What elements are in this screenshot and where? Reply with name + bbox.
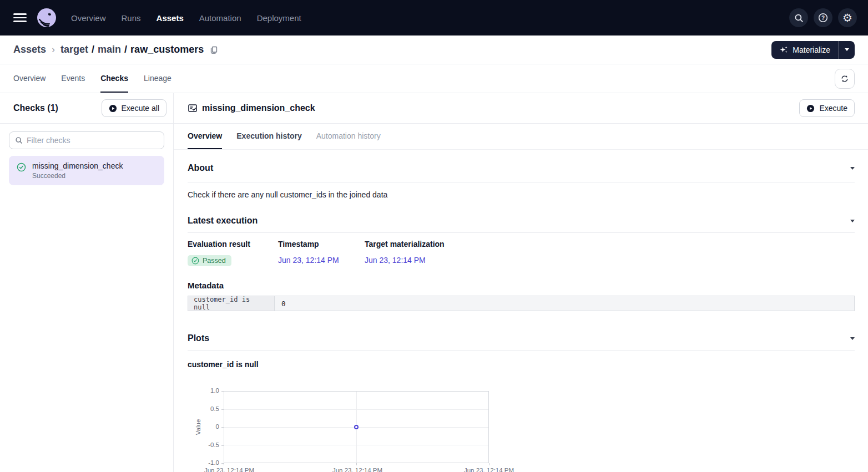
y-tick: 0 [191,423,219,430]
check-list-item[interactable]: missing_dimension_check Succeeded [9,156,164,185]
about-description: Check if there are any null customer_ids… [188,190,855,200]
latest-execution-section: Latest execution Evaluation result [188,214,855,311]
check-detail-panel: missing_dimension_check Execute Overview… [174,93,868,472]
check-item-status: Succeeded [32,172,123,180]
search-button[interactable] [789,8,808,27]
passed-label: Passed [203,257,226,265]
metadata-title: Metadata [188,281,855,290]
chevron-down-icon [845,48,849,51]
timestamp-link[interactable]: Jun 23, 12:14 PM [278,256,339,265]
check-circle-icon [191,257,199,265]
y-tick: 0.5 [191,405,219,412]
play-icon [109,104,117,113]
plots-title: Plots [188,331,209,346]
breadcrumb-slash: / [124,44,127,55]
asset-check-icon [188,103,198,113]
divider [188,350,855,351]
collapse-caret-icon[interactable] [850,167,855,170]
plot-area [224,391,489,463]
nav-assets[interactable]: Assets [157,13,184,23]
settings-button[interactable]: ⚙ [838,8,857,27]
play-icon [806,104,815,113]
divider [188,182,855,182]
primary-nav: Overview Runs Assets Automation Deployme… [71,13,301,23]
x-tick: Jun 23, 12:14 PM [204,467,254,472]
divider [188,232,855,233]
collapse-caret-icon[interactable] [850,337,855,340]
filter-checks-input[interactable] [27,136,158,145]
about-section: About Check if there are any null custom… [188,161,855,200]
metadata-value: 0 [275,296,854,311]
copy-icon [209,45,218,54]
latest-execution-title: Latest execution [188,214,258,228]
collapse-caret-icon[interactable] [850,220,855,222]
breadcrumb-path-main[interactable]: main [98,44,121,55]
metric-plot: Value 1.0 0.5 0 -0.5 -1.0 [188,388,855,472]
materialize-label: Materialize [793,45,830,54]
check-detail-title: missing_dimension_check [202,103,315,113]
tab-automation-history[interactable]: Automation history [316,124,381,149]
breadcrumb-slash: / [92,44,94,55]
execute-all-label: Execute all [122,104,159,113]
nav-automation[interactable]: Automation [199,13,241,23]
materialize-split-button: Materialize [771,41,855,59]
x-tick-mark [224,463,224,465]
passed-badge: Passed [188,255,231,266]
metadata-key: customer_id is null [188,296,275,311]
tab-lineage[interactable]: Lineage [144,64,171,93]
dagster-logo-icon[interactable] [37,8,57,28]
materialize-dropdown-button[interactable] [838,41,855,59]
help-icon: ? [818,13,828,23]
tab-check-overview[interactable]: Overview [188,124,222,149]
refresh-button[interactable] [835,69,855,89]
x-tick-mark [356,463,357,465]
x-tick-mark [489,463,489,465]
x-tick: Jun 23, 12:14 PM [464,467,514,472]
nav-deployment[interactable]: Deployment [257,13,301,23]
target-materialization-link[interactable]: Jun 23, 12:14 PM [365,256,426,265]
y-tick: -1.0 [191,459,219,466]
column-timestamp: Timestamp [278,240,365,249]
nav-overview[interactable]: Overview [71,13,106,23]
breadcrumb-row: Assets › target / main / raw_customers M… [0,35,868,64]
check-circle-icon [17,163,26,172]
refresh-icon [840,74,849,83]
breadcrumb-assets-link[interactable]: Assets [13,44,46,55]
tab-execution-history[interactable]: Execution history [236,124,301,149]
check-detail-tabs: Overview Execution history Automation hi… [174,124,868,150]
materialize-button[interactable]: Materialize [771,41,838,59]
about-title: About [188,161,213,175]
copy-button[interactable] [209,45,218,54]
execute-button[interactable]: Execute [799,99,855,117]
breadcrumb-asset-name: raw_customers [130,44,204,55]
tab-events[interactable]: Events [61,64,85,93]
nav-runs[interactable]: Runs [122,13,141,23]
execute-all-button[interactable]: Execute all [102,99,166,117]
filter-checks-field [9,131,164,149]
x-tick: Jun 23, 12:14 PM [332,467,382,472]
checks-panel: Checks (1) Execute all [0,93,174,472]
y-tick: 1.0 [191,387,219,394]
breadcrumb-path-target[interactable]: target [60,44,88,55]
metadata-table: customer_id is null 0 [188,296,855,311]
column-evaluation-result: Evaluation result [188,240,278,249]
checks-panel-title: Checks (1) [13,103,58,113]
sparkle-icon [779,45,788,54]
y-tick: -0.5 [191,441,219,448]
tab-overview[interactable]: Overview [13,64,46,93]
execute-label: Execute [819,104,847,113]
search-icon [794,13,804,23]
svg-text:?: ? [821,15,825,21]
top-nav: Overview Runs Assets Automation Deployme… [0,0,868,35]
gear-icon: ⚙ [842,12,852,23]
help-button[interactable]: ? [814,8,832,27]
breadcrumb-chevron-icon: › [52,44,55,55]
asset-tabs: Overview Events Checks Lineage [0,64,868,93]
column-target-materialization: Target materialization [365,240,445,249]
check-item-name: missing_dimension_check [32,161,123,170]
menu-icon[interactable] [13,13,27,22]
plots-section: Plots customer_id is null Value 1.0 0.5 … [188,331,855,472]
plot-title: customer_id is null [188,360,855,369]
tab-checks[interactable]: Checks [100,64,128,93]
data-point[interactable] [354,425,359,429]
